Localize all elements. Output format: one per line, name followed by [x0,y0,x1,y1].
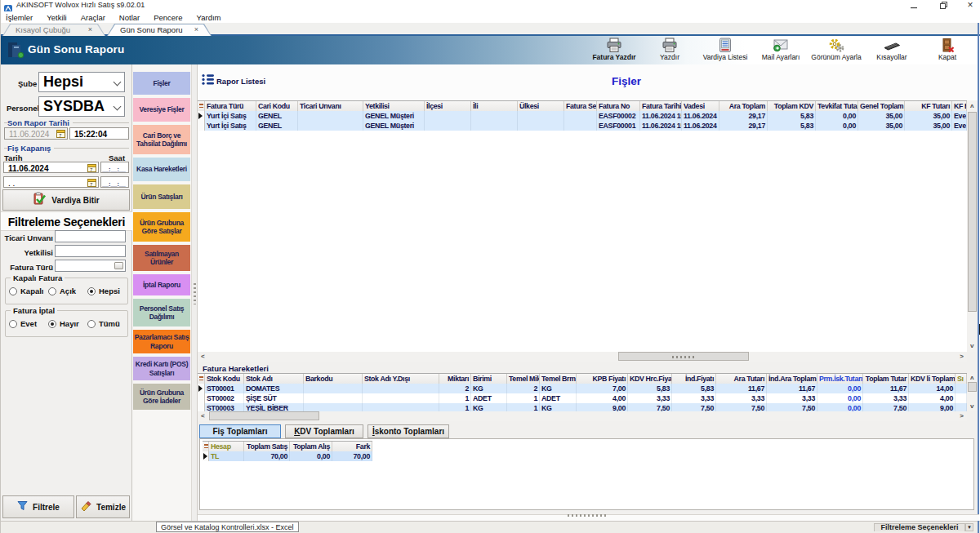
grid-cell[interactable]: 35,00 [858,121,905,131]
grid-cell[interactable]: 70,00 [332,451,372,461]
hareket-hscroll-thumb[interactable] [209,411,319,420]
grid-cell[interactable]: 0,00 [817,393,863,403]
grid-cell[interactable] [956,384,967,393]
toolbar-button-yazd-r[interactable]: Yazdır [642,37,697,64]
panel-resize-grip-icon[interactable] [568,514,607,517]
grid-cell[interactable]: 0,00 [816,121,858,131]
scroll-left-icon[interactable]: < [201,353,205,360]
filter-options-dropdown-icon[interactable]: ▼ [965,523,973,531]
grid-cell[interactable] [564,121,597,131]
scroll-up-icon[interactable]: ᴧ [970,103,973,109]
grid-cell[interactable]: GENEL Müşteri [363,121,425,131]
grid-cell[interactable]: 29,17 [719,121,768,131]
calendar-icon[interactable]: 7 [87,163,96,174]
report-button-ürün-grubuna-göre-satışlar[interactable]: Ürün Grubuna Göre Satışlar [133,212,190,242]
grid-cell[interactable] [425,121,471,131]
tab-inactive[interactable]: Kısayol Çubuğu× [2,24,105,36]
grid-cell[interactable] [471,111,518,121]
report-button-veresiye-fişler[interactable]: Veresiye Fişler [133,98,190,122]
fatura-turu-input[interactable] [55,260,126,272]
radio-kapali-açık[interactable]: Açık [48,286,87,295]
totals-tab-fiş-toplamları[interactable]: Fiş Toplamları [199,424,281,438]
grid-cell[interactable]: ST00002 [205,393,244,403]
calendar-icon[interactable]: 7 [87,178,96,189]
grid-cell[interactable] [518,111,564,121]
grid-cell[interactable]: Yurt İçi Satış [205,121,256,131]
grid-cell[interactable]: DOMATES [244,384,304,393]
grid-cell[interactable] [363,393,439,403]
grid-cell[interactable]: ADET [540,393,577,403]
grid-cell[interactable]: 3,33 [863,393,909,403]
grid-cell[interactable]: GENEL [256,111,298,121]
grid-cell[interactable]: ADET [471,393,507,403]
radio-kapali-kapalı[interactable]: Kapalı [9,286,48,295]
kapanis-date1-field[interactable]: 11.06.2024 7 [3,162,99,173]
scroll-up-icon[interactable]: ᴧ [970,375,973,381]
grid-cell[interactable]: 35,00 [905,121,952,131]
radio-iptal-hayır[interactable]: Hayır [48,319,87,328]
report-button-kredi-kartı-pos-satışları[interactable]: Kredi Kartı (POS) Satışları [133,357,190,380]
report-button-cari-borç-ve-tahsilat-dağılımı[interactable]: Cari Borç ve Tahsilat Dağılımı [133,125,190,154]
report-button-fişler[interactable]: Fişler [133,72,190,95]
kapanis-time1-field[interactable]: __:__:__ [100,162,129,173]
restore-button[interactable] [935,0,953,11]
grid-cell[interactable]: 0,00 [816,111,858,121]
grid-cell[interactable]: 3,33 [767,393,817,403]
hareket-vscroll-thumb[interactable] [968,382,977,392]
grid-cell[interactable]: 3,33 [672,393,716,403]
grid-cell[interactable]: EASF00002 [597,111,640,121]
fisler-hscrollbar[interactable]: < > [198,352,967,362]
grid-cell[interactable]: EASF00001 [597,121,640,131]
tab-active[interactable]: Gün Sonu Raporu× [107,24,212,36]
report-button-personel-satış-dağılımı[interactable]: Personel Satış Dağılımı [133,299,190,326]
radio-kapali-hepsi[interactable]: Hepsi [87,286,120,295]
grid-cell[interactable]: 5,83 [768,111,816,121]
fisler-vscroll-thumb[interactable] [968,112,977,312]
close-button[interactable]: × [961,0,979,11]
calendar-icon[interactable]: 7 [56,129,65,140]
grid-cell[interactable]: 11.06.2024 15 [640,111,682,121]
totals-tab-i-skonto-toplamları[interactable]: İskonto Toplamları [368,424,449,438]
grid-cell[interactable]: Yurt İçi Satış [205,111,256,121]
toolbar-button-g-r-n-m-ayarla[interactable]: Görünüm Ayarla [808,37,864,64]
grid-cell[interactable]: 11,67 [716,384,767,393]
grid-cell[interactable]: 5,83 [672,384,716,393]
panel-splitter[interactable] [191,64,198,522]
scroll-right-icon[interactable]: > [960,413,964,420]
grid-cell[interactable]: ST00001 [205,384,244,393]
grid-row[interactable]: ST00001DOMATES2KG2KG7,005,835,8311,6711,… [198,384,967,393]
grid-cell[interactable] [956,393,967,403]
grid-cell[interactable]: 3,33 [628,393,672,403]
toolbar-button-kapat[interactable]: Kapat [920,37,975,64]
report-button-kasa-hareketleri[interactable]: Kasa Hareketleri [133,158,190,181]
grid-row[interactable]: Yurt İçi SatışGENELGENEL MüşteriEASF0000… [198,121,967,131]
temizle-button[interactable]: Temizle [76,495,130,518]
grid-cell[interactable]: 11,67 [863,384,909,393]
hareket-hscrollbar[interactable]: < > [198,411,967,421]
grid-cell[interactable]: 5,83 [768,121,816,131]
grid-cell[interactable]: TL [209,451,244,461]
grid-cell[interactable]: 35,00 [858,111,905,121]
grid-cell[interactable]: 0,00 [290,451,332,461]
menu-item-yardım[interactable]: Yardım [197,13,221,22]
grid-cell[interactable]: 70,00 [244,451,290,461]
grid-cell[interactable]: KG [540,384,577,393]
son-rapor-date-field[interactable]: 11.06.2024 7 [4,127,68,140]
grid-cell[interactable] [518,121,564,131]
grid-cell[interactable]: 11.06.2024 [682,121,719,131]
grid-cell[interactable]: 1 [439,393,471,403]
grid-cell[interactable]: 29,17 [719,111,768,121]
grid-cell[interactable] [298,111,363,121]
toolbar-button-vardiya-listesi[interactable]: Vardiya Listesi [697,37,753,64]
toolbar-button-mail-ayarlar-[interactable]: Mail Ayarları [753,37,808,64]
report-button-ürün-grubuna-göre-i-adeler[interactable]: Ürün Grubuna Göre İadeler [133,384,190,410]
report-button-pazarlamacı-satış-raporu[interactable]: Pazarlamacı Satış Raporu [133,330,190,353]
toolbar-button-fatura-yazd-r[interactable]: Fatura Yazdır [586,37,642,64]
fisler-hscroll-thumb[interactable] [618,352,749,361]
grid-cell[interactable]: 11,67 [767,384,817,393]
grid-cell[interactable]: 0,00 [817,384,863,393]
grid-cell[interactable]: Eve [952,121,967,131]
grid-cell[interactable] [304,393,363,403]
grid-cell[interactable]: 2 [507,384,540,393]
grid-cell[interactable]: 4,00 [909,393,956,403]
